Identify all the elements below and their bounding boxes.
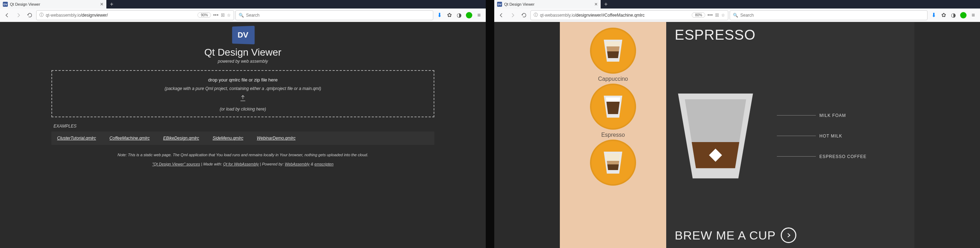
browser-window-left: DV Qt Design Viewer ✕ + ⓘ qt-webassembly… [0,0,486,248]
legend-item: ESPRESSO COFFEE [777,154,867,159]
coffee-option-espresso[interactable]: Espresso [590,84,636,138]
coffee-circle-icon [590,28,636,74]
star-icon[interactable]: ☆ [721,13,725,18]
legend: MILK FOAM HOT MILK ESPRESSO COFFEE [777,113,867,159]
legend-item: HOT MILK [777,134,867,138]
search-bar[interactable]: 🔍 [235,10,433,20]
coffee-title: ESPRESSO [675,27,904,43]
tab-title: Qt Design Viewer [504,2,592,6]
titlebar: DV Qt Design Viewer ✕ + [494,0,980,8]
favicon-icon: DV [3,2,8,7]
diamond-icon [709,148,722,162]
search-bar[interactable]: 🔍 [730,10,928,20]
reader-icon[interactable]: ☒ [715,13,719,18]
auth-icon[interactable]: ✿ [939,10,948,20]
legend-item: MILK FOAM [777,113,867,118]
info-icon: ⓘ [534,12,538,18]
downloads-icon[interactable]: ⬇ [435,10,444,20]
account-icon[interactable]: ◑ [455,10,464,20]
qt-wasm-link[interactable]: Qt for WebAssembly [223,162,259,166]
coffee-app: Cappuccino Espresso ESPRESSO [560,22,915,248]
examples-row: ClusterTutorial.qmlrc CoffeeMachine.qmlr… [51,132,434,145]
example-link[interactable]: EBikeDesign.qmlrc [163,136,199,141]
auth-icon[interactable]: ✿ [445,10,454,20]
upload-icon [239,95,247,103]
new-tab-button[interactable]: + [601,0,611,8]
new-tab-button[interactable]: + [107,0,117,8]
sources-link[interactable]: "Qt Design Viewer" sources [152,162,200,166]
brew-label: BREW ME A CUP [675,229,776,242]
coffee-option-cappuccino[interactable]: Cappuccino [590,28,636,82]
dropzone-line3: (or load by clicking here) [220,107,266,111]
example-link[interactable]: WebinarDemo.qmlrc [257,136,295,141]
menu-icon[interactable]: ≡ [969,10,978,20]
zoom-badge[interactable]: 90% [197,13,211,18]
url-bar[interactable]: ⓘ qt-webassembly.io/designviewer/ 90% ••… [36,10,234,20]
emscripten-link[interactable]: emscripten [315,162,334,166]
reload-button[interactable] [25,10,35,20]
url-text: qt-webassembly.io/designviewer/ [46,13,108,18]
close-tab-icon[interactable]: ✕ [100,2,103,7]
downloads-icon[interactable]: ⬇ [929,10,938,20]
page-actions-icon[interactable]: ••• [213,13,219,18]
back-button[interactable] [2,10,12,20]
wasm-link[interactable]: WebAssembly [285,162,310,166]
page-subtitle: powered by web assembly [218,59,268,64]
toolbar-right: ⬇ ✿ ◑ ≡ [435,10,484,20]
toolbar-right: ⬇ ✿ ◑ ≡ [929,10,978,20]
page-title: Qt Design Viewer [204,47,281,58]
toolbar: ⓘ qt-webassembly.io/designviewer/#Coffee… [494,8,980,22]
forward-button[interactable] [508,10,518,20]
reader-icon[interactable]: ☒ [221,13,225,18]
coffee-label: Cappuccino [598,76,628,82]
zoom-badge[interactable]: 80% [692,13,705,18]
reload-button[interactable] [519,10,529,20]
url-text: qt-webassembly.io/designviewer/#CoffeeMa… [540,13,644,18]
dropzone-line2: (package with a pure Qml project, contai… [164,86,321,91]
coffee-circle-icon [590,140,636,186]
tab-title: Qt Design Viewer [10,2,98,6]
extension-icon[interactable] [959,10,968,20]
browser-tab[interactable]: DV Qt Design Viewer ✕ [494,0,601,8]
brew-row: BREW ME A CUP [675,227,904,243]
example-link[interactable]: ClusterTutorial.qmlrc [57,136,96,141]
info-icon: ⓘ [39,12,44,18]
footer-credits: "Qt Design Viewer" sources | Made with: … [152,162,333,166]
coffee-label: Espresso [601,132,625,138]
coffee-option-partial[interactable] [590,140,636,186]
search-input[interactable] [740,13,924,18]
coffee-circle-icon [590,84,636,130]
url-bar[interactable]: ⓘ qt-webassembly.io/designviewer/#Coffee… [530,10,728,20]
search-input[interactable] [246,13,430,18]
forward-button[interactable] [13,10,24,20]
page-content: DV Qt Design Viewer powered by web assem… [0,22,486,248]
example-link[interactable]: CoffeeMachine.qmlrc [110,136,150,141]
titlebar: DV Qt Design Viewer ✕ + [0,0,486,8]
search-icon: 🔍 [239,13,244,18]
browser-window-right: DV Qt Design Viewer ✕ + ⓘ qt-webassembly… [494,0,980,248]
account-icon[interactable]: ◑ [949,10,958,20]
page-actions-icon[interactable]: ••• [707,13,713,18]
example-link[interactable]: SideMenu.qmlrc [213,136,243,141]
star-icon[interactable]: ☆ [227,13,231,18]
back-button[interactable] [496,10,506,20]
coffee-main: ESPRESSO MILK FOAM HOT MILK ESPRES [666,22,915,248]
brew-button[interactable] [781,227,796,243]
close-tab-icon[interactable]: ✕ [594,2,598,7]
favicon-icon: DV [497,2,502,7]
extension-icon[interactable] [465,10,474,20]
big-cup-icon [675,94,756,178]
search-icon: 🔍 [733,13,738,18]
toolbar: ⓘ qt-webassembly.io/designviewer/ 90% ••… [0,8,486,22]
menu-icon[interactable]: ≡ [474,10,484,20]
coffee-sidebar: Cappuccino Espresso [560,22,666,248]
examples-header: EXAMPLES [51,124,434,129]
footer-note: Note: This is a static web page. The Qml… [117,153,368,157]
browser-tab[interactable]: DV Qt Design Viewer ✕ [0,0,107,8]
dropzone[interactable]: drop your qmlrc file or zip file here (p… [51,70,434,117]
dropzone-line1: drop your qmlrc file or zip file here [208,77,278,83]
logo-icon: DV [232,26,255,44]
examples-section: EXAMPLES ClusterTutorial.qmlrc CoffeeMac… [51,124,434,145]
page-content: Cappuccino Espresso ESPRESSO [494,22,980,248]
